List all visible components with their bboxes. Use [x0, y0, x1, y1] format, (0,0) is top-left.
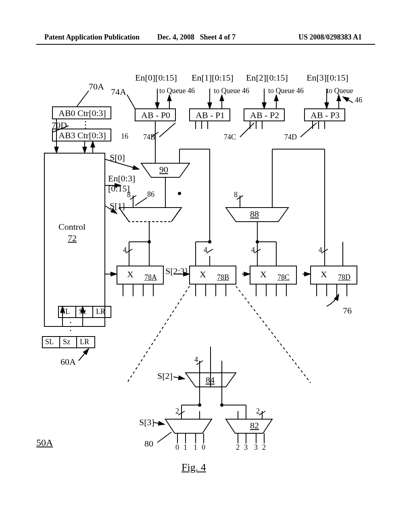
ref-74A: 74A — [111, 87, 126, 97]
label-en3: En[3][0:15] — [307, 73, 348, 83]
label-toqueue-1: to Queue 46 — [214, 87, 249, 95]
svg-line-17 — [240, 123, 254, 137]
svg-point-112 — [70, 326, 71, 327]
d-82-3: 2 — [262, 443, 266, 452]
label-w2-l: 2 — [175, 407, 179, 416]
svg-point-111 — [70, 322, 71, 323]
ref-80: 80 — [144, 438, 153, 449]
ref-72: 72 — [68, 233, 77, 243]
d-80-3: 0 — [202, 443, 205, 452]
header-rule — [36, 44, 375, 45]
ref-74D: 74D — [284, 133, 297, 141]
label-w4-1: 4 — [123, 246, 127, 254]
header-left: Patent Application Publication — [44, 33, 140, 42]
figure-label: Fig. 4 — [181, 461, 206, 474]
label-x-3: X — [260, 269, 267, 280]
label-en03-2: [0:15] — [108, 183, 130, 194]
label-w4-detail: 4 — [194, 355, 198, 364]
label-ab3ctr: AB3 Ctr[0:3] — [58, 130, 106, 141]
ref-86: 86 — [147, 190, 154, 199]
label-toqueue-0: to Queue 46 — [159, 87, 195, 95]
ref-78C: 78C — [277, 273, 290, 282]
reg1-lr: LR — [80, 338, 89, 346]
d-82-1: 3 — [244, 443, 248, 452]
label-ab0ctr: AB0 Ctr[0:3] — [58, 108, 106, 118]
svg-point-113 — [70, 330, 71, 331]
label-w8-r: 8 — [234, 191, 238, 199]
label-w4-4: 4 — [319, 246, 322, 254]
ref-82: 82 — [250, 420, 259, 431]
svg-line-143 — [157, 432, 171, 443]
ref-50A: 50A — [36, 437, 53, 448]
ref-78A: 78A — [144, 273, 157, 282]
label-x-1: X — [127, 269, 133, 280]
reg0-sl: SL — [61, 308, 70, 316]
reg0-lr: LR — [96, 308, 105, 316]
label-w16: 16 — [121, 132, 128, 141]
label-abp0: AB - P0 — [141, 110, 170, 121]
svg-point-45 — [178, 192, 181, 195]
label-control: Control — [58, 222, 86, 232]
ref-76: 76 — [343, 305, 352, 316]
label-en0: En[0][0:15] — [135, 73, 177, 83]
ref-70D: 70D — [52, 120, 67, 131]
ref-70A: 70A — [89, 81, 104, 92]
label-s3: S[3] — [139, 417, 154, 428]
svg-line-18 — [300, 123, 317, 137]
label-w2-r: 2 — [256, 407, 260, 416]
header-sheet: Sheet 4 of 7 — [200, 33, 236, 41]
ref-78D: 78D — [338, 273, 350, 282]
label-s1: S[1] — [110, 201, 125, 211]
ref-90: 90 — [159, 164, 168, 175]
svg-line-9 — [77, 91, 89, 107]
label-en1: En[1][0:15] — [192, 73, 234, 83]
ref-74B: 74B — [143, 133, 155, 141]
ref-88: 88 — [250, 209, 259, 219]
svg-line-142 — [153, 422, 165, 424]
svg-point-134 — [220, 403, 223, 407]
label-w4-3: 4 — [251, 246, 255, 254]
d-82-2: 3 — [254, 443, 258, 452]
label-en03-1: En[0:3] — [108, 173, 135, 184]
label-en2: En[2][0:15] — [246, 73, 288, 83]
svg-point-7 — [85, 125, 86, 126]
label-s0: S[0] — [110, 152, 125, 163]
svg-line-118 — [127, 286, 190, 383]
svg-line-52 — [135, 197, 147, 206]
ref-78B: 78B — [217, 273, 229, 282]
header-right: US 2008/0298383 A1 — [298, 33, 362, 42]
svg-point-8 — [85, 128, 86, 129]
d-80-1: 1 — [184, 443, 187, 452]
ref-84: 84 — [206, 375, 215, 385]
reg1-sl: SL — [45, 338, 54, 346]
label-x-4: X — [321, 269, 327, 280]
label-abp1: AB - P1 — [196, 110, 225, 121]
svg-line-16 — [159, 123, 175, 137]
svg-line-27 — [343, 97, 353, 103]
label-s2: S[2] — [157, 371, 173, 381]
d-80-0: 0 — [175, 443, 179, 452]
svg-line-15 — [127, 95, 135, 109]
label-toqueue-2: to Queue 46 — [268, 87, 304, 95]
d-82-0: 2 — [236, 443, 240, 452]
svg-line-70 — [206, 249, 213, 253]
label-toqueue-3: to Queue — [327, 87, 353, 95]
ref-74C: 74C — [224, 133, 236, 141]
label-abp3: AB - P3 — [311, 110, 340, 121]
svg-point-6 — [85, 121, 86, 123]
header-date: Dec. 4, 2008 — [157, 33, 194, 41]
label-46: 46 — [355, 96, 362, 104]
label-w4-2: 4 — [204, 246, 207, 254]
reg1-sz: Sz — [63, 338, 70, 346]
label-x-2: X — [200, 269, 206, 280]
svg-line-126 — [173, 377, 185, 379]
label-s23: S[2:3] — [165, 266, 188, 276]
header-mid: Dec. 4, 2008 Sheet 4 of 7 — [157, 33, 236, 42]
figure-4-diagram: En[0][0:15] En[1][0:15] En[2][0:15] En[3… — [36, 73, 375, 476]
svg-line-119 — [236, 286, 311, 383]
svg-line-117 — [79, 349, 89, 361]
reg0-sz: Sz — [79, 308, 86, 316]
ref-60A: 60A — [60, 357, 76, 367]
d-80-2: 1 — [194, 443, 197, 452]
label-abp2: AB - P2 — [250, 110, 279, 121]
